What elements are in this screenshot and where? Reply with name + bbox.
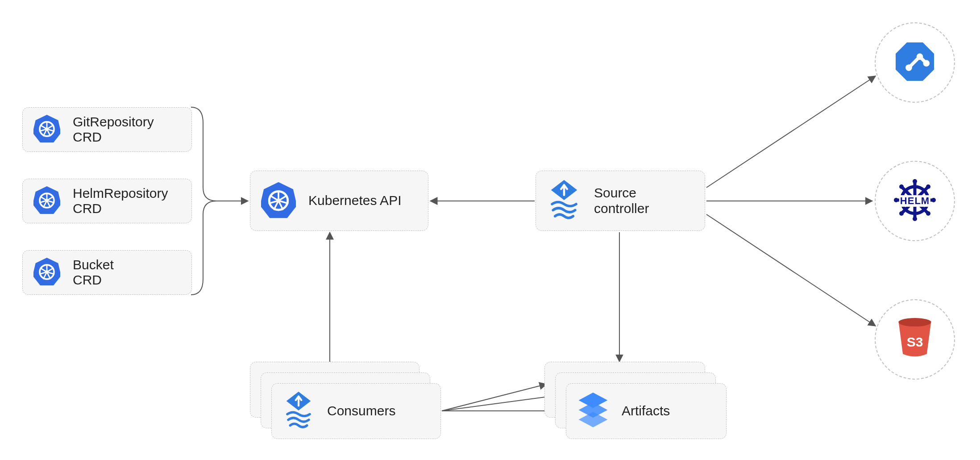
external-s3: S3 — [875, 299, 955, 380]
git-icon — [896, 42, 934, 83]
helm-icon: HELM — [893, 178, 937, 224]
kubernetes-icon — [33, 257, 60, 288]
source-controller-label: Source controller — [594, 185, 649, 216]
svg-line-43 — [442, 384, 547, 411]
kubernetes-icon — [33, 114, 60, 145]
svg-line-48 — [706, 214, 876, 326]
kubernetes-api-label: Kubernetes API — [308, 193, 401, 209]
crd-bucket-label: Bucket CRD — [73, 257, 114, 288]
connectors — [0, 0, 980, 460]
svg-line-46 — [706, 76, 876, 188]
layers-icon — [577, 393, 609, 430]
kubernetes-api: Kubernetes API — [250, 171, 428, 231]
kubernetes-icon — [261, 181, 296, 221]
consumers-label: Consumers — [327, 403, 395, 419]
s3-text: S3 — [907, 335, 923, 350]
source-controller: Source controller — [536, 171, 705, 231]
external-git — [875, 22, 955, 103]
crd-gitrepository: GitRepository CRD — [22, 107, 192, 152]
crd-bucket: Bucket CRD — [22, 250, 192, 295]
flux-icon — [547, 180, 581, 222]
crd-helmrepository: HelmRepository CRD — [22, 179, 192, 223]
artifacts-stack: Artifacts — [544, 362, 727, 440]
helm-text: HELM — [899, 195, 930, 207]
crd-helmrepository-label: HelmRepository CRD — [73, 186, 168, 217]
consumers-stack: Consumers — [250, 362, 441, 440]
s3-icon: S3 — [893, 316, 936, 363]
external-helm: HELM — [875, 161, 955, 241]
kubernetes-icon — [33, 185, 60, 217]
flux-icon — [282, 392, 315, 431]
artifacts-label: Artifacts — [622, 403, 670, 419]
crd-gitrepository-label: GitRepository CRD — [73, 114, 154, 145]
svg-line-44 — [442, 396, 555, 411]
